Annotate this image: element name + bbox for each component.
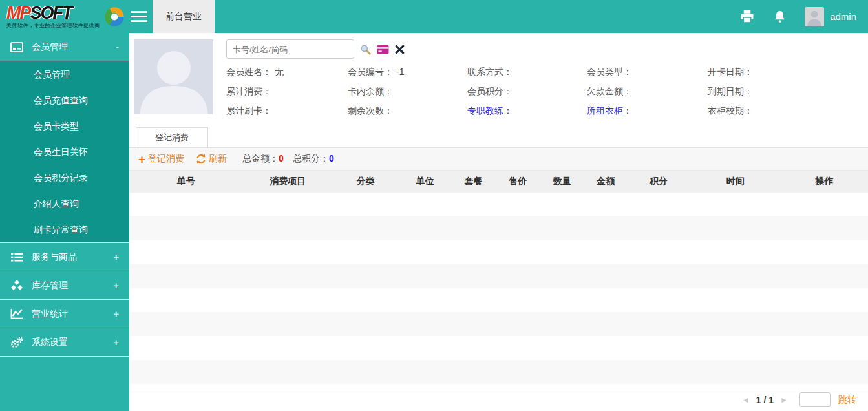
table-row: [129, 288, 868, 312]
print-button[interactable]: [740, 10, 754, 24]
sidebar-item-member-management[interactable]: 会员管理: [0, 61, 129, 87]
member-search-input[interactable]: [226, 39, 354, 59]
col-package: 套餐: [451, 171, 496, 193]
member-photo-placeholder: [134, 39, 213, 114]
member-info-panel: 会员姓名：无 会员编号：-1 联系方式： 会员类型： 开卡日期： 累计消费： 卡…: [129, 33, 868, 127]
sidebar-section-label: 会员管理: [32, 41, 68, 53]
brand-text: MPSOFT: [6, 5, 100, 22]
col-actions: 操作: [781, 171, 868, 193]
expand-icon[interactable]: +: [113, 251, 119, 262]
totals-summary: 总金额：0总积分：0: [242, 153, 334, 165]
col-consumption-item: 消费项目: [243, 171, 332, 193]
total-points-label: 总积分：: [293, 153, 329, 163]
col-category: 分类: [332, 171, 399, 193]
collapse-icon[interactable]: -: [116, 41, 119, 52]
sidebar-item-referrer-query[interactable]: 介绍人查询: [0, 191, 129, 216]
username-label[interactable]: admin: [830, 11, 856, 22]
topbar-tab-front-desk[interactable]: 前台营业: [153, 0, 215, 33]
expand-icon[interactable]: +: [113, 280, 119, 291]
avatar-person-icon: [805, 7, 824, 26]
sidebar-section-services-goods[interactable]: 服务与商品 +: [0, 243, 129, 271]
notifications-button[interactable]: [772, 10, 787, 24]
field-member-name: 会员姓名：无: [226, 67, 348, 78]
field-rented-locker-link[interactable]: 所租衣柜：: [587, 105, 708, 117]
sidebar-section-label: 库存管理: [32, 280, 68, 291]
app-logo: MPSOFT 美萍软件，专业的企业管理软件提供商: [0, 0, 124, 33]
field-member-points: 会员积分：: [467, 86, 587, 98]
member-fields-grid: 会员姓名：无 会员编号：-1 联系方式： 会员类型： 开卡日期： 累计消费： 卡…: [226, 63, 862, 121]
chart-icon: [10, 308, 25, 320]
table-row: [129, 336, 868, 360]
clear-button[interactable]: [395, 45, 405, 54]
refresh-icon: [196, 154, 206, 164]
cubes-icon: [10, 280, 25, 291]
expand-icon[interactable]: +: [113, 308, 119, 319]
total-amount-value: 0: [279, 153, 284, 163]
col-amount: 金额: [584, 171, 627, 193]
refresh-button[interactable]: 刷新: [196, 153, 227, 165]
field-member-type: 会员类型：: [587, 67, 708, 78]
sidebar-item-card-types[interactable]: 会员卡类型: [0, 113, 129, 139]
logo-sphere-icon: [103, 6, 125, 28]
col-unit: 单位: [399, 171, 451, 193]
member-management-submenu: 会员管理 会员充值查询 会员卡类型 会员生日关怀 会员积分记录 介绍人查询 刷卡…: [0, 61, 129, 243]
field-contact: 联系方式：: [467, 67, 587, 78]
table-row: [129, 193, 868, 216]
search-button[interactable]: [360, 44, 371, 55]
page-indicator: 1 / 1: [756, 395, 774, 405]
sidebar-section-member-management[interactable]: 会员管理 -: [0, 33, 129, 61]
sidebar-item-recharge-query[interactable]: 会员充值查询: [0, 87, 129, 113]
sidebar: 会员管理 - 会员管理 会员充值查询 会员卡类型 会员生日关怀 会员积分记录 介…: [0, 33, 129, 411]
brand-soft: SOFT: [30, 3, 72, 23]
consumption-toolbar: + 登记消费 刷新 总金额：0总积分：0: [129, 147, 868, 171]
page-jump-button[interactable]: 跳转: [838, 394, 856, 406]
swipe-card-button[interactable]: [377, 45, 389, 54]
next-page-icon[interactable]: ►: [778, 395, 790, 405]
content-tab-bar: 登记消费: [129, 127, 868, 147]
tab-register-consumption[interactable]: 登记消费: [136, 127, 208, 147]
member-search-row: [226, 39, 405, 59]
field-remaining-times: 剩余次数：: [348, 105, 467, 117]
col-points: 积分: [627, 171, 690, 193]
table-row: [129, 360, 868, 384]
col-time: 时间: [690, 171, 781, 193]
total-points-value: 0: [329, 153, 334, 163]
member-card-icon: [10, 41, 25, 53]
sidebar-section-system-settings[interactable]: 系统设置 +: [0, 328, 129, 357]
sidebar-item-points-records[interactable]: 会员积分记录: [0, 165, 129, 191]
field-personal-coach-link[interactable]: 专职教练：: [467, 105, 587, 117]
col-price: 售价: [496, 171, 540, 193]
plus-icon: +: [138, 153, 145, 165]
register-consumption-button[interactable]: + 登记消费: [138, 153, 184, 165]
consumption-table: 单号 消费项目 分类 单位 套餐 售价 数量 金额 积分 时间 操作: [129, 171, 868, 384]
pagination-bar: ◄ 1 / 1 ► 跳转: [129, 388, 868, 411]
menu-toggle-icon[interactable]: [131, 8, 147, 25]
gears-icon: [10, 337, 25, 348]
col-order-no: 单号: [129, 171, 243, 193]
expand-icon[interactable]: +: [113, 337, 119, 348]
table-row: [129, 264, 868, 288]
brand-mp: MP: [6, 3, 30, 23]
topbar: MPSOFT 美萍软件，专业的企业管理软件提供商 前台营业: [0, 0, 868, 33]
field-expire-date: 到期日期：: [708, 86, 862, 98]
close-icon: [395, 45, 405, 54]
person-silhouette-icon: [134, 39, 213, 114]
field-member-no: 会员编号：-1: [348, 67, 467, 78]
col-quantity: 数量: [540, 171, 584, 193]
field-open-date: 开卡日期：: [708, 67, 862, 78]
table-row: [129, 312, 868, 336]
user-avatar[interactable]: [805, 7, 824, 26]
main-content: 会员姓名：无 会员编号：-1 联系方式： 会员类型： 开卡日期： 累计消费： 卡…: [129, 33, 868, 411]
sidebar-item-birthday-care[interactable]: 会员生日关怀: [0, 139, 129, 165]
sidebar-section-inventory[interactable]: 库存管理 +: [0, 271, 129, 300]
sidebar-section-business-stats[interactable]: 营业统计 +: [0, 300, 129, 328]
sidebar-item-swipe-anomaly-query[interactable]: 刷卡异常查询: [0, 216, 129, 242]
printer-icon: [740, 10, 754, 23]
page-jump-input[interactable]: [799, 392, 831, 407]
field-total-spend: 累计消费：: [226, 86, 348, 98]
brand-tagline: 美萍软件，专业的企业管理软件提供商: [6, 23, 100, 28]
field-locker-expiry: 衣柜校期：: [708, 105, 862, 117]
sidebar-section-label: 系统设置: [32, 337, 68, 348]
prev-page-icon[interactable]: ◄: [739, 395, 752, 405]
list-icon: [10, 251, 25, 263]
